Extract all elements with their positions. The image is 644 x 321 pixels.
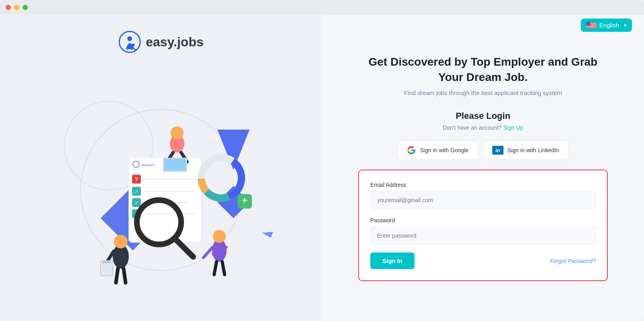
svg-point-59: [171, 126, 184, 139]
svg-line-66: [214, 261, 217, 274]
login-section: Please Login Don't have an account? Sign…: [358, 111, 608, 281]
left-panel: easy.jobs: [0, 14, 322, 321]
svg-point-71: [114, 234, 128, 248]
svg-point-65: [213, 230, 226, 242]
svg-rect-6: [586, 27, 596, 28]
illustration-area: easy.jobs: [0, 14, 322, 321]
language-label: English: [599, 22, 619, 29]
password-label: Password: [370, 217, 596, 224]
svg-rect-76: [103, 261, 111, 263]
traffic-lights: [6, 5, 28, 10]
right-content: Get Discovered by Top Employer and Grab …: [358, 54, 608, 282]
linkedin-signin-button[interactable]: in Sign in with LinkedIn: [483, 141, 568, 160]
svg-point-30: [134, 49, 136, 51]
svg-rect-4: [586, 25, 596, 26]
password-input[interactable]: [370, 227, 596, 244]
email-label: Email Address: [370, 182, 596, 188]
google-signin-label: Sign in with Google: [420, 147, 469, 153]
signup-link[interactable]: Sign Up: [503, 124, 523, 131]
svg-line-72: [116, 268, 118, 282]
email-group: Email Address: [370, 182, 596, 209]
logo-text: easy.jobs: [146, 35, 203, 50]
maximize-button[interactable]: [23, 5, 28, 10]
close-button[interactable]: [6, 5, 11, 10]
logo-icon: [118, 31, 141, 53]
svg-point-26: [119, 31, 140, 52]
title-bar: [0, 0, 644, 14]
form-footer: Sign In Forgot Password?: [370, 253, 596, 269]
social-buttons: Sign in with Google in Sign in with Link…: [358, 141, 608, 160]
login-form: Email Address Password Sign In Forgot Pa…: [358, 170, 608, 281]
logo-area: easy.jobs: [118, 31, 203, 53]
signin-button[interactable]: Sign In: [370, 253, 415, 269]
password-group: Password: [370, 217, 596, 244]
svg-rect-63: [164, 159, 186, 170]
language-selector[interactable]: ★★★★★ ★★★★ ★★★★★ ★★★★ English ▾: [581, 19, 632, 32]
google-icon: [407, 146, 416, 155]
svg-marker-79: [262, 228, 275, 240]
signup-prompt: Don't have an account? Sign Up: [358, 124, 608, 131]
linkedin-icon: in: [492, 146, 504, 155]
main-illustration: easy.jobs ? ✓ ✓ ✓: [44, 65, 278, 298]
email-input[interactable]: [370, 191, 596, 209]
chevron-down-icon: ▾: [624, 23, 626, 28]
main-layout: easy.jobs: [0, 14, 644, 321]
svg-line-67: [222, 261, 225, 274]
svg-line-73: [124, 268, 126, 282]
window-chrome: ★★★★★ ★★★★ ★★★★★ ★★★★ English ▾: [0, 0, 644, 321]
hero-heading: Get Discovered by Top Employer and Grab …: [358, 54, 608, 85]
svg-text:?: ?: [135, 176, 138, 182]
forgot-password-link[interactable]: Forgot Password?: [550, 258, 596, 264]
svg-text:+: +: [242, 195, 248, 205]
linkedin-signin-label: Sign in with LinkedIn: [508, 147, 559, 153]
svg-text:✓: ✓: [134, 188, 139, 194]
svg-text:easy.jobs: easy.jobs: [141, 163, 154, 166]
flag-icon: ★★★★★ ★★★★ ★★★★★ ★★★★: [586, 22, 596, 29]
login-title: Please Login: [358, 111, 608, 121]
right-panel: Get Discovered by Top Employer and Grab …: [322, 14, 644, 321]
svg-text:✓: ✓: [134, 199, 139, 205]
svg-point-27: [127, 36, 132, 41]
svg-line-68: [203, 247, 213, 257]
minimize-button[interactable]: [14, 5, 19, 10]
svg-rect-5: [586, 27, 596, 27]
hero-subtext: Find dream jobs through the best applica…: [358, 89, 608, 96]
google-signin-button[interactable]: Sign in with Google: [398, 141, 478, 160]
